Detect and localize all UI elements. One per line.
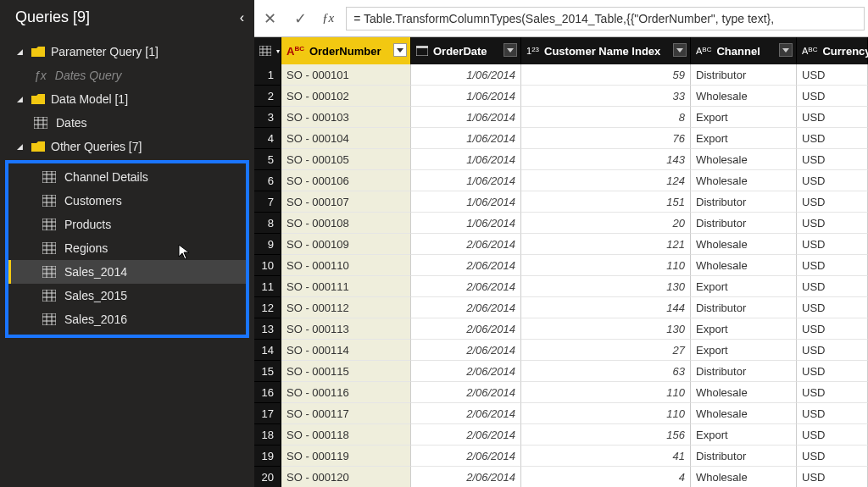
table-row[interactable]: 5SO - 0001051/06/2014143WholesaleUSD <box>254 149 868 170</box>
cell-orderdate[interactable]: 2/06/2014 <box>411 467 521 487</box>
cell-customer-index[interactable]: 76 <box>521 128 691 149</box>
query-channel-details[interactable]: Channel Details <box>8 165 246 189</box>
table-row[interactable]: 12SO - 0001122/06/2014144DistributorUSD <box>254 297 868 318</box>
cell-channel[interactable]: Export <box>691 276 797 297</box>
cell-customer-index[interactable]: 4 <box>521 467 691 487</box>
table-row[interactable]: 11SO - 0001112/06/2014130ExportUSD <box>254 276 868 297</box>
cell-customer-index[interactable]: 130 <box>521 276 691 297</box>
cell-customer-index[interactable]: 41 <box>521 445 691 467</box>
cell-channel[interactable]: Distributor <box>691 64 797 86</box>
table-row[interactable]: 14SO - 0001142/06/201427ExportUSD <box>254 340 868 361</box>
cell-channel[interactable]: Wholesale <box>691 149 797 170</box>
cell-orderdate[interactable]: 1/06/2014 <box>411 86 521 107</box>
query-sales-2016[interactable]: Sales_2016 <box>8 307 246 331</box>
cell-customer-index[interactable]: 63 <box>521 361 691 382</box>
row-number[interactable]: 3 <box>254 107 281 128</box>
column-header-customer-index[interactable]: 123 Customer Name Index <box>521 37 691 64</box>
expand-icon[interactable]: ◢ <box>17 142 27 151</box>
cell-channel[interactable]: Wholesale <box>691 403 797 424</box>
cell-ordernumber[interactable]: SO - 000109 <box>281 234 411 255</box>
cell-customer-index[interactable]: 8 <box>521 107 691 128</box>
table-row[interactable]: 18SO - 0001182/06/2014156ExportUSD <box>254 424 868 445</box>
cell-currency[interactable]: USD <box>797 255 868 276</box>
cell-channel[interactable]: Export <box>691 340 797 361</box>
cell-orderdate[interactable]: 2/06/2014 <box>411 403 521 424</box>
cell-customer-index[interactable]: 20 <box>521 213 691 234</box>
row-number[interactable]: 5 <box>254 149 281 170</box>
cell-ordernumber[interactable]: SO - 000102 <box>281 86 411 107</box>
table-row[interactable]: 17SO - 0001172/06/2014110WholesaleUSD <box>254 403 868 424</box>
query-sales-2014[interactable]: Sales_2014 <box>8 260 246 284</box>
table-row[interactable]: 9SO - 0001092/06/2014121WholesaleUSD <box>254 234 868 255</box>
cell-channel[interactable]: Distributor <box>691 191 797 213</box>
cell-customer-index[interactable]: 124 <box>521 170 691 191</box>
cell-channel[interactable]: Export <box>691 424 797 445</box>
row-number[interactable]: 11 <box>254 276 281 297</box>
cell-currency[interactable]: USD <box>797 297 868 318</box>
cell-orderdate[interactable]: 2/06/2014 <box>411 318 521 340</box>
cell-currency[interactable]: USD <box>797 107 868 128</box>
column-header-ordernumber[interactable]: ABC OrderNumber <box>281 37 411 64</box>
table-row[interactable]: 3SO - 0001031/06/20148ExportUSD <box>254 107 868 128</box>
cell-orderdate[interactable]: 1/06/2014 <box>411 128 521 149</box>
cell-channel[interactable]: Wholesale <box>691 170 797 191</box>
row-number[interactable]: 10 <box>254 255 281 276</box>
table-row[interactable]: 10SO - 0001102/06/2014110WholesaleUSD <box>254 255 868 276</box>
cell-currency[interactable]: USD <box>797 149 868 170</box>
query-dates[interactable]: Dates <box>0 111 254 135</box>
query-products[interactable]: Products <box>8 213 246 236</box>
expand-icon[interactable]: ◢ <box>17 95 27 103</box>
cell-orderdate[interactable]: 1/06/2014 <box>411 107 521 128</box>
formula-input[interactable]: = Table.TransformColumnTypes(Sales_2014_… <box>346 7 865 30</box>
row-number[interactable]: 4 <box>254 128 281 149</box>
cell-channel[interactable]: Wholesale <box>691 382 797 403</box>
cell-orderdate[interactable]: 2/06/2014 <box>411 445 521 467</box>
cell-ordernumber[interactable]: SO - 000116 <box>281 382 411 403</box>
cell-orderdate[interactable]: 2/06/2014 <box>411 297 521 318</box>
folder-parameter-query[interactable]: ◢ Parameter Query [1] <box>0 40 254 64</box>
expand-icon[interactable]: ◢ <box>17 47 27 56</box>
cell-orderdate[interactable]: 1/06/2014 <box>411 170 521 191</box>
query-sales-2015[interactable]: Sales_2015 <box>8 284 246 307</box>
cell-orderdate[interactable]: 2/06/2014 <box>411 276 521 297</box>
query-customers[interactable]: Customers <box>8 189 246 213</box>
row-number[interactable]: 6 <box>254 170 281 191</box>
cell-orderdate[interactable]: 2/06/2014 <box>411 255 521 276</box>
cell-customer-index[interactable]: 156 <box>521 424 691 445</box>
cell-orderdate[interactable]: 2/06/2014 <box>411 424 521 445</box>
cell-ordernumber[interactable]: SO - 000110 <box>281 255 411 276</box>
column-header-channel[interactable]: ABC Channel <box>691 37 797 64</box>
row-number[interactable]: 16 <box>254 382 281 403</box>
cell-currency[interactable]: USD <box>797 403 868 424</box>
table-row[interactable]: 4SO - 0001041/06/201476ExportUSD <box>254 128 868 149</box>
cell-customer-index[interactable]: 110 <box>521 382 691 403</box>
folder-data-model[interactable]: ◢ Data Model [1] <box>0 87 254 111</box>
folder-other-queries[interactable]: ◢ Other Queries [7] <box>0 135 254 158</box>
cell-ordernumber[interactable]: SO - 000111 <box>281 276 411 297</box>
cell-ordernumber[interactable]: SO - 000115 <box>281 361 411 382</box>
row-number[interactable]: 17 <box>254 403 281 424</box>
cell-ordernumber[interactable]: SO - 000112 <box>281 297 411 318</box>
cell-ordernumber[interactable]: SO - 000101 <box>281 64 411 86</box>
row-number[interactable]: 1 <box>254 64 281 86</box>
cell-currency[interactable]: USD <box>797 276 868 297</box>
cell-currency[interactable]: USD <box>797 86 868 107</box>
cell-customer-index[interactable]: 110 <box>521 255 691 276</box>
cell-ordernumber[interactable]: SO - 000120 <box>281 467 411 487</box>
cell-ordernumber[interactable]: SO - 000104 <box>281 128 411 149</box>
table-row[interactable]: 15SO - 0001152/06/201463DistributorUSD <box>254 361 868 382</box>
table-row[interactable]: 20SO - 0001202/06/20144WholesaleUSD <box>254 467 868 487</box>
column-filter-icon[interactable] <box>504 43 517 57</box>
table-row[interactable]: 2SO - 0001021/06/201433WholesaleUSD <box>254 86 868 107</box>
row-number[interactable]: 12 <box>254 297 281 318</box>
cell-orderdate[interactable]: 2/06/2014 <box>411 382 521 403</box>
column-filter-icon[interactable] <box>779 43 793 57</box>
row-header-corner[interactable]: ▾ <box>254 37 281 64</box>
cell-currency[interactable]: USD <box>797 361 868 382</box>
row-number[interactable]: 15 <box>254 361 281 382</box>
row-number[interactable]: 7 <box>254 191 281 213</box>
cell-orderdate[interactable]: 1/06/2014 <box>411 149 521 170</box>
row-number[interactable]: 19 <box>254 445 281 467</box>
cell-channel[interactable]: Export <box>691 107 797 128</box>
cell-channel[interactable]: Wholesale <box>691 86 797 107</box>
